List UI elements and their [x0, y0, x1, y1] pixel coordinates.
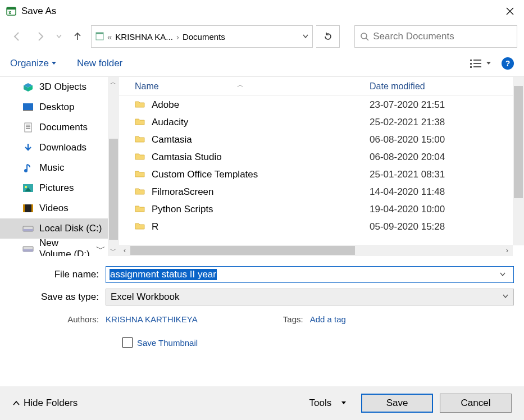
tree-item-3d-objects[interactable]: 3D Objects	[0, 77, 119, 97]
tree-item-label: Desktop	[39, 102, 74, 113]
filename-value[interactable]: assignment status II year	[110, 269, 217, 280]
cancel-button[interactable]: Cancel	[440, 394, 512, 413]
file-date: 25-02-2021 21:38	[370, 117, 445, 128]
column-name[interactable]: Name	[135, 81, 159, 91]
nav-tree[interactable]: 3D ObjectsDesktopDocumentsDownloadsMusic…	[0, 77, 119, 256]
file-name: Python Scripts	[152, 204, 370, 215]
file-name: R	[152, 221, 370, 232]
tree-scrollbar[interactable]: ︿ ﹀	[108, 77, 119, 256]
column-date[interactable]: Date modified	[370, 81, 425, 92]
save-button[interactable]: Save	[361, 394, 433, 413]
svg-rect-1	[7, 7, 16, 10]
svg-rect-25	[23, 204, 25, 212]
file-list[interactable]: Name︿ Date modified Adobe23-07-2020 21:5…	[119, 77, 524, 256]
save-thumbnail-label[interactable]: Save Thumbnail	[137, 338, 198, 348]
tree-item-local-disk-c-[interactable]: Local Disk (C:)	[0, 218, 119, 239]
tools-menu[interactable]: Tools	[309, 398, 347, 409]
tree-item-videos[interactable]: Videos	[0, 198, 119, 218]
svg-rect-7	[470, 66, 472, 68]
svg-rect-3	[96, 33, 103, 34]
cube-icon	[22, 82, 34, 92]
authors-value[interactable]: KRISHNA KARTHIKEYA	[106, 314, 198, 324]
tree-item-label: Downloads	[39, 142, 86, 153]
file-row[interactable]: Camtasia Studio06-08-2020 20:04	[119, 148, 524, 166]
svg-rect-17	[26, 125, 30, 126]
folder-icon	[135, 117, 146, 128]
organize-menu[interactable]: Organize	[10, 58, 57, 69]
file-date: 05-09-2020 15:28	[370, 221, 445, 232]
folder-icon	[135, 204, 146, 215]
filename-dropdown[interactable]	[495, 270, 510, 280]
list-hscrollbar[interactable]: ‹ ›	[119, 245, 513, 256]
file-row[interactable]: R05-09-2020 15:28	[119, 218, 524, 235]
search-icon	[359, 31, 370, 42]
file-row[interactable]: Custom Office Templates25-01-2021 08:31	[119, 166, 524, 183]
file-name: Adobe	[152, 99, 370, 111]
savetype-select[interactable]: Excel Workbook	[106, 289, 514, 305]
tree-item-desktop[interactable]: Desktop	[0, 97, 119, 117]
scroll-right-icon[interactable]: ›	[502, 245, 513, 256]
help-button[interactable]: ?	[502, 57, 514, 70]
svg-rect-26	[31, 204, 33, 212]
file-date: 06-08-2020 15:00	[370, 134, 445, 145]
svg-rect-18	[26, 126, 30, 127]
folder-icon	[135, 169, 146, 180]
recent-dropdown[interactable]	[54, 26, 64, 47]
tree-item-label: Local Disk (C:)	[39, 223, 102, 234]
new-folder-button[interactable]: New folder	[77, 58, 122, 69]
file-row[interactable]: Python Scripts19-04-2020 10:00	[119, 200, 524, 218]
tags-label: Tags:	[276, 314, 310, 324]
file-date: 23-07-2020 21:51	[370, 99, 445, 111]
address-bar[interactable]: « KRISHNA KA... › Documents	[91, 25, 313, 48]
chevron-down-icon[interactable]: ﹀	[96, 243, 106, 255]
tree-item-music[interactable]: Music	[0, 158, 119, 178]
view-options[interactable]	[470, 58, 491, 69]
file-row[interactable]: FilmoraScreen14-04-2020 11:48	[119, 183, 524, 200]
breadcrumb-parent[interactable]: KRISHNA KA...	[114, 32, 174, 42]
filename-input[interactable]: assignment status II year	[106, 266, 514, 283]
vid-icon	[22, 203, 34, 213]
folder-icon	[135, 221, 146, 232]
folder-icon	[135, 99, 146, 111]
window-title: Save As	[21, 6, 56, 17]
file-row[interactable]: Adobe23-07-2020 21:51	[119, 96, 524, 113]
refresh-button[interactable]	[316, 25, 340, 48]
tree-item-new-volume-d-[interactable]: New Volume (D:)﹀	[0, 239, 119, 256]
scroll-left-icon[interactable]: ‹	[119, 245, 130, 256]
back-button[interactable]	[7, 26, 27, 47]
search-box[interactable]	[354, 25, 517, 48]
tree-item-label: 3D Objects	[39, 81, 86, 93]
save-thumbnail-checkbox[interactable]	[122, 337, 133, 348]
file-row[interactable]: Audacity25-02-2021 21:38	[119, 113, 524, 131]
file-date: 06-08-2020 20:04	[370, 152, 445, 163]
tags-value[interactable]: Add a tag	[310, 314, 346, 324]
folder-icon	[135, 186, 146, 198]
down-icon	[22, 143, 34, 153]
folder-icon	[135, 152, 146, 163]
svg-rect-6	[470, 63, 472, 65]
file-date: 14-04-2020 11:48	[370, 186, 445, 198]
chevron-up-icon	[12, 399, 20, 407]
chevron-right-icon[interactable]: ›	[176, 32, 179, 42]
file-name: FilmoraScreen	[152, 186, 370, 198]
file-row[interactable]: Camtasia06-08-2020 15:00	[119, 131, 524, 148]
hide-folders-toggle[interactable]: Hide Folders	[12, 398, 78, 409]
tree-item-documents[interactable]: Documents	[0, 117, 119, 138]
search-input[interactable]	[372, 30, 512, 43]
forward-button[interactable]	[30, 26, 51, 47]
tree-item-pictures[interactable]: Pictures	[0, 178, 119, 198]
address-dropdown[interactable]	[302, 32, 309, 42]
savetype-value: Excel Workbook	[111, 291, 180, 303]
list-vscrollbar[interactable]	[513, 77, 524, 245]
tree-item-downloads[interactable]: Downloads	[0, 138, 119, 158]
tree-item-label: New Volume (D:)	[39, 238, 90, 256]
close-button[interactable]	[502, 3, 518, 20]
svg-rect-28	[23, 229, 33, 231]
svg-point-22	[25, 186, 27, 188]
svg-rect-15	[23, 110, 33, 111]
music-icon	[22, 163, 34, 173]
breadcrumb-current[interactable]: Documents	[181, 32, 226, 42]
file-name: Camtasia Studio	[152, 152, 370, 163]
up-button[interactable]	[67, 26, 88, 47]
folder-icon	[95, 31, 105, 43]
